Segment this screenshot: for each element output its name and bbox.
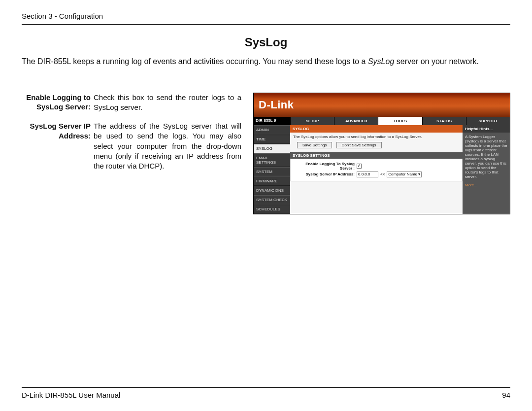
sidebar: ADMIN TIME SYSLOG EMAIL SETTINGS SYSTEM … xyxy=(254,125,290,214)
intro-post: server on your network. xyxy=(394,57,479,66)
tab-status[interactable]: STATUS xyxy=(422,117,466,125)
hints-title: Helpful Hints... xyxy=(463,125,510,133)
sidebar-item-admin[interactable]: ADMIN xyxy=(254,125,290,135)
def-desc-1: The address of the SysLog server that wi… xyxy=(94,121,241,171)
sidebar-item-schedules[interactable]: SCHEDULES xyxy=(254,205,290,214)
intro-paragraph: The DIR-855L keeps a running log of even… xyxy=(22,56,510,67)
sidebar-item-syslog[interactable]: SYSLOG xyxy=(254,144,290,153)
save-button[interactable]: Save Settings xyxy=(297,142,332,148)
sidebar-item-email[interactable]: EMAIL SETTINGS xyxy=(254,153,290,167)
computer-name-text: Computer Name xyxy=(388,172,417,176)
hints-panel: Helpful Hints... A System Logger (syslog… xyxy=(463,125,510,214)
intro-pre: The DIR-855L keeps a running log of even… xyxy=(22,57,368,66)
router-screenshot: D-Link DIR-855L /// SETUP ADVANCED TOOLS… xyxy=(253,93,510,214)
definition-list: Enable Logging to SysLog Server: Check t… xyxy=(22,93,241,171)
top-nav: DIR-855L /// SETUP ADVANCED TOOLS STATUS… xyxy=(254,117,510,125)
tab-tools[interactable]: TOOLS xyxy=(378,117,422,125)
section-header: Section 3 - Configuration xyxy=(22,12,510,23)
button-row: Save Settings Don't Save Settings xyxy=(292,141,461,150)
page-title: SysLog xyxy=(22,35,510,49)
def-term-1: SysLog Server IP Address: xyxy=(22,121,91,171)
manual-title: D-Link DIR-855L User Manual xyxy=(22,391,120,399)
ip-address-label: Syslog Server IP Address: xyxy=(293,172,357,176)
def-term-0: Enable Logging to SysLog Server: xyxy=(22,93,91,113)
tab-support[interactable]: SUPPORT xyxy=(466,117,510,125)
banner: D-Link xyxy=(254,93,510,117)
sidebar-item-time[interactable]: TIME xyxy=(254,135,290,144)
enable-logging-checkbox[interactable] xyxy=(357,164,362,169)
intro-term: SysLog xyxy=(368,57,394,66)
model-text: DIR-855L xyxy=(256,118,273,123)
enable-logging-label: Enable Logging To Syslog Server : xyxy=(293,162,357,171)
panel-desc: The SysLog options allow you to send log… xyxy=(292,133,461,141)
hints-body: A System Logger (syslog) is a server tha… xyxy=(465,135,507,179)
computer-name-select[interactable]: Computer Name ▾ xyxy=(387,171,422,177)
settings-form: Enable Logging To Syslog Server : Syslog… xyxy=(290,159,463,181)
sidebar-item-system[interactable]: SYSTEM xyxy=(254,167,290,176)
header-rule xyxy=(22,24,510,25)
hints-more-link[interactable]: More... xyxy=(465,183,507,187)
page-footer: D-Link DIR-855L User Manual 94 xyxy=(22,387,510,399)
sidebar-item-firmware[interactable]: FIRMWARE xyxy=(254,176,290,186)
tab-setup[interactable]: SETUP xyxy=(290,117,334,125)
tab-advanced[interactable]: ADVANCED xyxy=(334,117,378,125)
model-badge: DIR-855L /// xyxy=(254,117,290,125)
sidebar-item-ddns[interactable]: DYNAMIC DNS xyxy=(254,186,290,195)
settings-subtitle: SYSLOG SETTINGS xyxy=(290,152,463,159)
dlink-logo: D-Link xyxy=(259,99,294,111)
sidebar-item-systemcheck[interactable]: SYSTEM CHECK xyxy=(254,195,290,205)
arrow-icon: << xyxy=(380,172,385,176)
panel-title: SYSLOG xyxy=(290,125,463,133)
page-number: 94 xyxy=(502,391,510,399)
def-desc-0: Check this box to send the router logs t… xyxy=(94,93,241,113)
dont-save-button[interactable]: Don't Save Settings xyxy=(336,142,382,148)
ip-address-input[interactable]: 0.0.0.0 xyxy=(357,171,378,177)
main-panel: SYSLOG The SysLog options allow you to s… xyxy=(290,125,463,214)
